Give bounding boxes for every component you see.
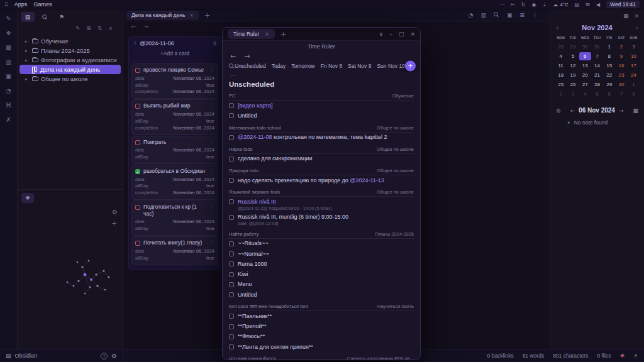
new-note-icon[interactable]: ✎ [75, 25, 80, 31]
calendar-day[interactable]: 26 [567, 80, 579, 89]
window-menu-icon[interactable]: ∨ [379, 31, 384, 37]
task-row[interactable]: **Паяльник** [228, 311, 414, 321]
new-pane-icon[interactable]: ⊞ [519, 12, 525, 18]
menu-games[interactable]: Games [33, 1, 52, 8]
calendar-day[interactable]: 19 [567, 71, 579, 79]
task-row[interactable]: @2024-11-08 контрольная по математике, т… [228, 133, 414, 143]
sync-status-icon[interactable]: ❖ [620, 353, 625, 359]
bookmarks-tab[interactable]: ⚑ [55, 12, 69, 22]
tab-kanban[interactable]: Дела на каждый день × [126, 11, 199, 20]
tree-item-3[interactable]: Дела на каждый день [19, 65, 121, 74]
calendar-day[interactable]: 6 [603, 90, 615, 98]
task-checkbox[interactable] [229, 199, 234, 204]
card-menu-icon[interactable]: ⋮ [209, 67, 214, 72]
card-checkbox[interactable] [135, 241, 140, 246]
calendar-day[interactable]: 1 [603, 43, 615, 51]
task-row[interactable]: надо сделать презентацию по природе до @… [228, 175, 414, 185]
task-row[interactable]: Russisk nivå III@[2024-11-22] Tidspunkt:… [228, 197, 414, 212]
card-checkbox[interactable] [135, 140, 140, 145]
calendar-day[interactable]: 29 [603, 80, 615, 89]
calendar-day[interactable]: 20 [579, 71, 591, 79]
new-tab-icon[interactable]: + [202, 11, 213, 19]
task-checkbox[interactable] [229, 282, 234, 287]
calendar-day[interactable]: 3 [567, 90, 579, 98]
settings-gear-icon[interactable]: ⚙ [111, 353, 117, 359]
vault-icon[interactable]: ▤ [6, 353, 11, 359]
calendar-day[interactable]: 31 [591, 43, 603, 51]
task-row[interactable]: Untitled [228, 290, 414, 300]
collapse-all-icon[interactable]: ∧ [108, 25, 113, 31]
calendar-day[interactable]: 18 [555, 71, 567, 79]
back-icon[interactable]: ← [230, 52, 236, 60]
volume-icon[interactable]: ◀ [596, 2, 600, 8]
task-checkbox[interactable] [229, 241, 234, 246]
forward-icon[interactable]: → [143, 23, 148, 30]
calendar-day[interactable]: 8 [603, 52, 615, 60]
new-tab-icon[interactable]: + [280, 30, 286, 38]
calendar-day[interactable]: 2 [555, 90, 567, 98]
new-note-icon[interactable]: ✎ [4, 14, 14, 23]
overflow-icon[interactable]: ⋯ [499, 2, 504, 8]
task-row[interactable]: [видео карта] [228, 101, 414, 111]
close-tab-icon[interactable]: × [265, 31, 269, 37]
task-checkbox[interactable] [229, 334, 234, 339]
task-checkbox[interactable] [229, 314, 234, 319]
kanban-icon[interactable]: ▥ [4, 58, 14, 67]
clock[interactable]: Wed 19:41 [606, 1, 640, 8]
calendar-day[interactable]: 3 [628, 43, 640, 51]
maximize-icon[interactable]: ▢ [399, 31, 404, 37]
filter-chip[interactable]: Unscheduled [235, 63, 266, 69]
calendar-day[interactable]: 22 [603, 71, 615, 79]
card-checkbox[interactable]: ✓ [135, 169, 140, 174]
task-checkbox[interactable] [229, 156, 234, 162]
plugin-status-icon[interactable]: ⚡ [634, 353, 638, 359]
calendar-day[interactable]: 25 [555, 80, 567, 89]
calendar-day[interactable]: 28 [591, 80, 603, 89]
daily-note-icon[interactable]: ▣ [4, 72, 14, 81]
calendar-day[interactable]: 30 [615, 80, 627, 89]
calendar-day[interactable]: 27 [579, 80, 591, 89]
calendar-day[interactable]: 17 [628, 62, 640, 70]
time-ruler-icon[interactable]: ◔ [469, 12, 474, 18]
task-row[interactable]: Untitled [228, 111, 414, 121]
calendar-day[interactable]: 7 [591, 52, 603, 60]
kanban-card[interactable]: Выпить рыбий жир⋮dateNovember 06, 2024al… [131, 99, 218, 134]
add-task-button[interactable]: + [405, 61, 416, 72]
kanban-card[interactable]: Поиграть⋮dateNovember 06, 2024allDaytrue [131, 136, 218, 164]
card-checkbox[interactable] [135, 205, 140, 210]
task-checkbox[interactable] [229, 178, 234, 183]
task-row[interactable]: **Лента для снятия припоя** [228, 342, 414, 352]
task-row[interactable]: Russisk nivå III, muntlig (6 timer) 9:00… [228, 212, 414, 228]
calendar-day[interactable]: 23 [615, 71, 627, 79]
time-ruler-window[interactable]: Time Ruler × + ∨–▢× Time Ruler ← → Unsch… [222, 27, 421, 360]
calendar-tab-icon[interactable]: ▦ [623, 13, 629, 19]
next-month-icon[interactable]: › [636, 25, 638, 31]
card-menu-icon[interactable]: ⋮ [209, 204, 214, 209]
vault-name[interactable]: Obsidian [15, 353, 97, 359]
screenshot-icon[interactable]: ◉ [531, 2, 536, 8]
calendar-day[interactable]: 29 [567, 43, 579, 51]
add-card-button[interactable]: +Add a card [131, 50, 218, 60]
filter-chip[interactable]: Today [272, 63, 286, 69]
kanban-card[interactable]: Подготовиться к кр (1 час)⋮dateNovember … [131, 200, 218, 236]
help-icon[interactable]: ? [101, 353, 108, 359]
calendar-day[interactable]: 2 [615, 43, 627, 51]
task-checkbox[interactable] [229, 113, 234, 118]
filter-chip[interactable]: Fri Nov 8 [321, 63, 342, 69]
menu-apps[interactable]: Apps [14, 1, 28, 8]
calendar-day[interactable]: 11 [555, 62, 567, 70]
calendar-title[interactable]: Nov 2024 [582, 24, 612, 31]
files-tab[interactable]: ▤ [21, 12, 35, 22]
minimize-icon[interactable]: – [389, 31, 392, 37]
apps-grid-icon[interactable]: ⠿ [4, 2, 8, 8]
kanban-card[interactable]: Почитать книгу(1 главу)⋮dateNovember 06,… [131, 236, 218, 265]
close-icon[interactable]: × [634, 13, 639, 19]
canvas-icon[interactable]: ▦ [4, 43, 14, 52]
task-checkbox[interactable] [229, 251, 234, 256]
weather-icon[interactable]: ☁4°C [553, 2, 568, 8]
forward-icon[interactable]: → [244, 52, 250, 60]
tree-item-2[interactable]: ▸Фотографии и аудиозаписи [19, 55, 121, 65]
prev-day-icon[interactable]: ← [570, 107, 575, 114]
card-checkbox[interactable] [135, 104, 140, 109]
more-icon[interactable]: ⋮ [532, 12, 538, 18]
